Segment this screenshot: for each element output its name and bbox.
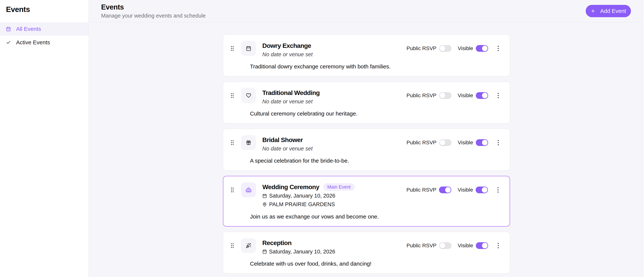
event-menu-button[interactable]: [494, 240, 502, 251]
event-card-top: Traditional WeddingNo date or venue setP…: [230, 88, 502, 105]
visible-label: Visible: [458, 46, 473, 52]
event-title: Traditional Wedding: [262, 89, 320, 96]
event-description: Join us as we exchange our vows and beco…: [250, 213, 502, 220]
event-text: Wedding CeremonyMain EventSaturday, Janu…: [262, 182, 354, 208]
event-menu-button[interactable]: [494, 90, 502, 101]
drag-handle-icon[interactable]: [230, 135, 234, 150]
event-controls: Public RSVPVisible: [406, 41, 502, 56]
event-icon-box: [241, 182, 256, 198]
drag-handle-icon[interactable]: [230, 182, 234, 198]
event-no-date-text: No date or venue set: [262, 98, 320, 105]
sidebar-item-label: All Events: [16, 26, 41, 32]
event-icon-box: [241, 135, 256, 150]
public-rsvp-label: Public RSVP: [406, 140, 436, 146]
event-description: Celebrate with us over food, drinks, and…: [250, 260, 502, 267]
event-card: Traditional WeddingNo date or venue setP…: [223, 82, 510, 124]
event-text: ReceptionSaturday, January 10, 2026: [262, 238, 335, 255]
drag-handle-icon[interactable]: [230, 88, 234, 103]
add-event-button[interactable]: Add Event: [586, 5, 631, 17]
add-event-button-label: Add Event: [600, 8, 626, 14]
event-controls: Public RSVPVisible: [406, 182, 502, 198]
event-controls: Public RSVPVisible: [406, 238, 502, 253]
calendar-icon: [246, 46, 251, 51]
event-card-top: Bridal ShowerNo date or venue setPublic …: [230, 135, 502, 152]
event-text: Bridal ShowerNo date or venue set: [262, 135, 313, 152]
event-icon-box: [241, 41, 256, 56]
sidebar-item-all-events[interactable]: All Events: [0, 22, 88, 36]
event-card-top: ReceptionSaturday, January 10, 2026Publi…: [230, 238, 502, 255]
drag-handle-icon[interactable]: [230, 41, 234, 56]
main-event-badge: Main Event: [323, 183, 354, 191]
sidebar-nav: All EventsActive Events: [0, 22, 88, 49]
visible-toggle[interactable]: [476, 242, 488, 249]
event-description: A special celebration for the bride-to-b…: [250, 157, 502, 164]
calendar-icon: [262, 194, 267, 198]
event-menu-button[interactable]: [494, 185, 502, 195]
plus-icon: [590, 8, 596, 14]
visible-toggle[interactable]: [476, 92, 488, 99]
event-icon-box: [241, 238, 256, 253]
main-area: Events Manage your wedding events and sc…: [89, 0, 644, 277]
event-description: Cultural ceremony celebrating our herita…: [250, 110, 502, 117]
event-title: Dowry Exchange: [262, 42, 311, 49]
event-controls: Public RSVPVisible: [406, 88, 502, 103]
calendar-icon: [262, 249, 267, 254]
public-rsvp-toggle[interactable]: [439, 186, 451, 193]
event-text: Dowry ExchangeNo date or venue set: [262, 41, 313, 58]
event-date: Saturday, January 10, 2026: [262, 248, 335, 255]
event-icon-box: [241, 88, 256, 103]
event-description: Traditional dowry exchange ceremony with…: [250, 63, 502, 70]
visible-toggle[interactable]: [476, 186, 488, 193]
event-title: Wedding Ceremony: [262, 183, 319, 191]
event-card: Dowry ExchangeNo date or venue setPublic…: [223, 34, 510, 76]
event-title: Reception: [262, 239, 292, 246]
event-title: Bridal Shower: [262, 136, 303, 144]
event-no-date-text: No date or venue set: [262, 51, 313, 58]
check-icon: [6, 40, 11, 45]
scrollbar-track[interactable]: [642, 0, 644, 277]
event-card: Bridal ShowerNo date or venue setPublic …: [223, 129, 510, 171]
event-no-date-text: No date or venue set: [262, 145, 313, 152]
event-controls: Public RSVPVisible: [406, 135, 502, 150]
public-rsvp-label: Public RSVP: [406, 187, 436, 193]
calendar-days-icon: [6, 26, 11, 32]
event-date-text: Saturday, January 10, 2026: [269, 193, 335, 199]
page-title: Events: [101, 3, 206, 11]
page-subtitle: Manage your wedding events and schedule: [101, 13, 206, 19]
visible-toggle[interactable]: [476, 139, 488, 146]
public-rsvp-toggle[interactable]: [439, 242, 452, 249]
event-list: Dowry ExchangeNo date or venue setPublic…: [89, 22, 644, 277]
sidebar-item-active-events[interactable]: Active Events: [0, 36, 88, 49]
event-menu-button[interactable]: [494, 138, 502, 148]
visible-label: Visible: [458, 242, 473, 248]
party-popper-icon: [246, 243, 251, 248]
event-card: Wedding CeremonyMain EventSaturday, Janu…: [223, 176, 510, 226]
event-card-top: Dowry ExchangeNo date or venue setPublic…: [230, 41, 502, 58]
public-rsvp-toggle[interactable]: [439, 92, 452, 99]
visible-label: Visible: [458, 92, 473, 98]
event-text: Traditional WeddingNo date or venue set: [262, 88, 320, 105]
sidebar: Events All EventsActive Events: [0, 0, 89, 277]
event-menu-button[interactable]: [494, 43, 502, 54]
visible-label: Visible: [458, 140, 473, 146]
event-venue: PALM PRAIRIE GARDENS: [262, 201, 354, 208]
page-header-text: Events Manage your wedding events and sc…: [101, 3, 206, 19]
drag-handle-icon[interactable]: [230, 238, 234, 253]
page-header: Events Manage your wedding events and sc…: [89, 0, 644, 22]
public-rsvp-label: Public RSVP: [406, 92, 436, 98]
heart-icon: [246, 93, 251, 98]
event-card-top: Wedding CeremonyMain EventSaturday, Janu…: [230, 182, 502, 208]
visible-label: Visible: [458, 187, 473, 193]
church-icon: [246, 187, 251, 193]
event-date: Saturday, January 10, 2026: [262, 192, 354, 200]
event-card: ReceptionSaturday, January 10, 2026Publi…: [223, 232, 510, 274]
gift-icon: [246, 140, 251, 145]
public-rsvp-toggle[interactable]: [439, 45, 452, 52]
sidebar-item-label: Active Events: [16, 39, 50, 46]
sidebar-title: Events: [6, 5, 88, 14]
event-venue-text: PALM PRAIRIE GARDENS: [269, 201, 335, 208]
map-pin-icon: [262, 202, 267, 207]
public-rsvp-toggle[interactable]: [439, 139, 452, 146]
event-date-text: Saturday, January 10, 2026: [269, 248, 335, 255]
visible-toggle[interactable]: [476, 45, 488, 52]
